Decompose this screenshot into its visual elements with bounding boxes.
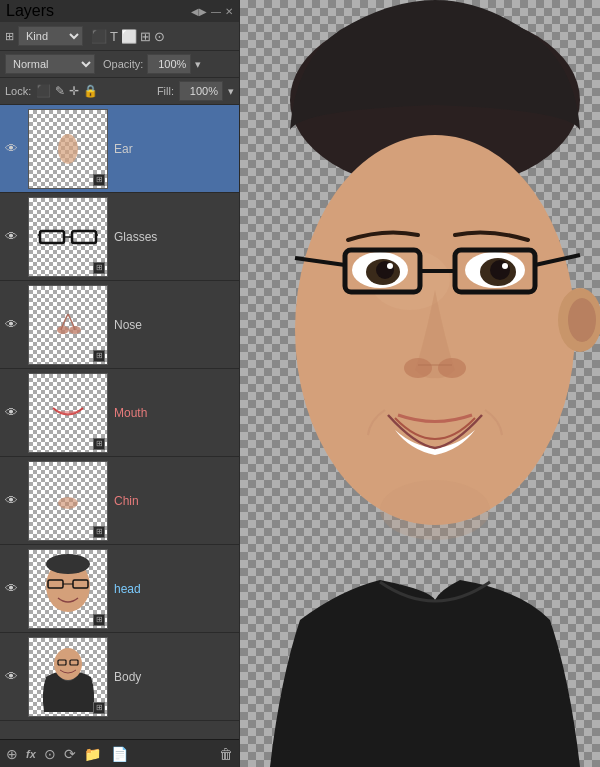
layers-panel: Layers ◀▶ — ✕ ⊞ Kind ⬛ T ⬜ ⊞ ⊙ Normal Mu… — [0, 0, 240, 767]
layer-thumb-glasses: ⊞ — [28, 197, 108, 277]
layer-item-nose[interactable]: 👁 ⊞ Nose — [0, 281, 239, 369]
opacity-input[interactable] — [147, 54, 191, 74]
layer-badge-ear: ⊞ — [96, 175, 103, 184]
svg-point-0 — [58, 134, 78, 164]
filter-icon-group: ⬛ T ⬜ ⊞ ⊙ — [91, 30, 165, 43]
eye-icon-chin: 👁 — [5, 493, 18, 508]
layer-visibility-glasses[interactable]: 👁 — [0, 229, 22, 244]
shape-filter-icon[interactable]: ⬜ — [121, 30, 137, 43]
layer-badge-glasses: ⊞ — [96, 263, 103, 272]
svg-point-13 — [46, 554, 90, 574]
svg-rect-1 — [40, 231, 64, 243]
layer-badge-body: ⊞ — [96, 703, 103, 712]
titlebar-controls: ◀▶ — ✕ — [191, 6, 233, 17]
filter-kind-icon: ⊞ — [5, 30, 14, 43]
lock-all-icon[interactable]: 🔒 — [83, 84, 98, 98]
eye-icon-ear: 👁 — [5, 141, 18, 156]
collapse-icon[interactable]: ◀▶ — [191, 6, 207, 17]
layer-name-ear: Ear — [114, 142, 239, 156]
minimize-icon[interactable]: — — [211, 6, 221, 17]
delete-layer-icon[interactable]: 🗑 — [219, 746, 233, 762]
filter-row: ⊞ Kind ⬛ T ⬜ ⊞ ⊙ — [0, 22, 239, 51]
eye-icon-nose: 👁 — [5, 317, 18, 332]
layer-item-head[interactable]: 👁 ⊞ — [0, 545, 239, 633]
layer-item-ear[interactable]: 👁 ⊞ Ear — [0, 105, 239, 193]
layer-thumb-ear: ⊞ — [28, 109, 108, 189]
panel-bottom-bar: ⊕ fx ⊙ ⟳ 📁 📄 🗑 — [0, 739, 239, 767]
blend-opacity-row: Normal Multiply Screen Opacity: ▾ — [0, 51, 239, 78]
layer-name-head: head — [114, 582, 239, 596]
new-group-icon[interactable]: 📁 — [84, 746, 101, 762]
opacity-label: Opacity: — [103, 58, 143, 70]
text-filter-icon[interactable]: T — [110, 30, 118, 43]
layer-name-chin: Chin — [114, 494, 239, 508]
layer-badge-mouth: ⊞ — [96, 439, 103, 448]
lock-move-icon[interactable]: ✛ — [69, 84, 79, 98]
layer-name-nose: Nose — [114, 318, 239, 332]
close-icon[interactable]: ✕ — [225, 6, 233, 17]
photo-area — [240, 0, 600, 767]
blend-mode-select[interactable]: Normal Multiply Screen — [5, 54, 95, 74]
lock-row: Lock: ⬛ ✎ ✛ 🔒 Fill: ▾ — [0, 78, 239, 105]
layer-name-mouth: Mouth — [114, 406, 239, 420]
svg-point-39 — [380, 480, 490, 540]
svg-point-6 — [57, 326, 69, 334]
svg-point-30 — [387, 263, 393, 269]
face-illustration — [240, 0, 600, 767]
layer-visibility-ear[interactable]: 👁 — [0, 141, 22, 156]
layer-badge-head: ⊞ — [96, 615, 103, 624]
new-layer-icon[interactable]: 📄 — [111, 746, 128, 762]
eye-icon-body: 👁 — [5, 669, 18, 684]
fill-label: Fill: — [157, 85, 174, 97]
layer-thumb-body: ⊞ — [28, 637, 108, 717]
layer-name-glasses: Glasses — [114, 230, 239, 244]
opacity-arrow: ▾ — [195, 58, 201, 71]
layers-list: 👁 ⊞ Ear 👁 — [0, 105, 239, 739]
layer-item-chin[interactable]: 👁 ⊞ Chin — [0, 457, 239, 545]
layer-visibility-head[interactable]: 👁 — [0, 581, 22, 596]
layer-thumb-chin: ⊞ — [28, 461, 108, 541]
svg-point-25 — [490, 260, 510, 280]
lock-icons-group: ⬛ ✎ ✛ 🔒 — [36, 84, 98, 98]
svg-point-36 — [404, 358, 432, 378]
svg-point-8 — [58, 497, 78, 509]
lock-draw-icon[interactable]: ✎ — [55, 84, 65, 98]
fill-input[interactable] — [179, 81, 223, 101]
layer-badge-chin: ⊞ — [96, 527, 103, 536]
fx-icon[interactable]: fx — [26, 748, 36, 760]
layer-visibility-nose[interactable]: 👁 — [0, 317, 22, 332]
lock-pixels-icon[interactable]: ⬛ — [36, 84, 51, 98]
layer-thumb-mouth: ⊞ — [28, 373, 108, 453]
panel-titlebar: Layers ◀▶ — ✕ — [0, 0, 239, 22]
panel-title: Layers — [6, 2, 54, 20]
layer-thumb-nose: ⊞ — [28, 285, 108, 365]
filter-kind-select[interactable]: Kind — [18, 26, 83, 46]
layer-visibility-chin[interactable]: 👁 — [0, 493, 22, 508]
layer-thumb-head: ⊞ — [28, 549, 108, 629]
eye-icon-head: 👁 — [5, 581, 18, 596]
link-layers-icon[interactable]: ⊕ — [6, 746, 18, 762]
layer-item-glasses[interactable]: 👁 ⊞ Glasses — [0, 193, 239, 281]
svg-point-26 — [502, 263, 508, 269]
eye-icon-mouth: 👁 — [5, 405, 18, 420]
eye-icon-glasses: 👁 — [5, 229, 18, 244]
layer-visibility-body[interactable]: 👁 — [0, 669, 22, 684]
smart-filter-icon[interactable]: ⊞ — [140, 30, 151, 43]
layer-name-body: Body — [114, 670, 239, 684]
svg-point-22 — [568, 298, 596, 342]
svg-rect-2 — [72, 231, 96, 243]
adjustment-icon[interactable]: ⟳ — [64, 746, 76, 762]
svg-point-37 — [438, 358, 466, 378]
adjustment-filter-icon[interactable]: ⊙ — [154, 30, 165, 43]
pixel-filter-icon[interactable]: ⬛ — [91, 30, 107, 43]
layer-badge-nose: ⊞ — [96, 351, 103, 360]
fill-arrow: ▾ — [228, 85, 234, 98]
layer-item-mouth[interactable]: 👁 ⊞ Mouth — [0, 369, 239, 457]
layer-visibility-mouth[interactable]: 👁 — [0, 405, 22, 420]
layer-item-body[interactable]: 👁 ⊞ B — [0, 633, 239, 721]
add-mask-icon[interactable]: ⊙ — [44, 746, 56, 762]
lock-label: Lock: — [5, 85, 31, 97]
